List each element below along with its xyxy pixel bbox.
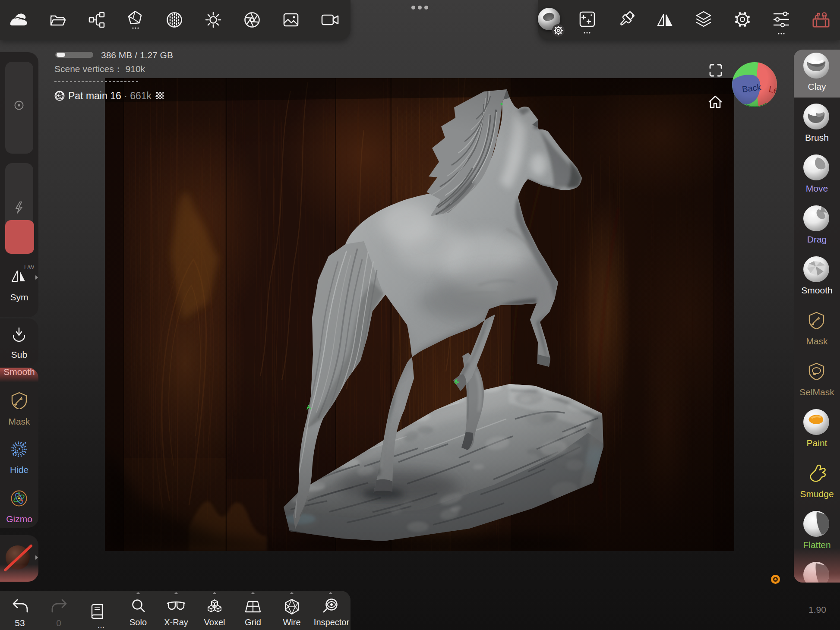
svg-text:Le: Le xyxy=(768,84,777,95)
